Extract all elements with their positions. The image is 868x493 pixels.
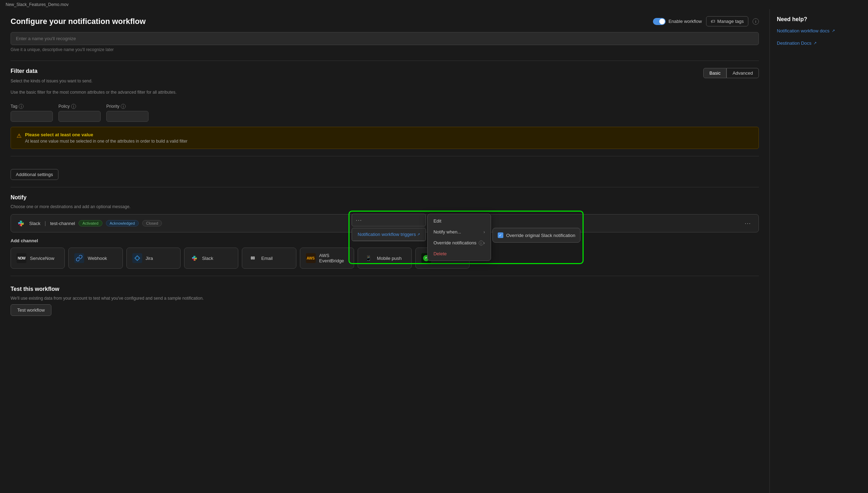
notify-section: Notify Choose one or more destinations a… (11, 194, 759, 269)
notify-title: Notify (11, 194, 759, 201)
priority-select[interactable] (106, 111, 149, 122)
warning-text: At least one value must be selected in o… (25, 139, 188, 144)
override-submenu: ✓ Override original Slack notification (492, 228, 581, 243)
override-info-icon[interactable]: i (479, 241, 484, 245)
notify-when-chevron: › (484, 229, 485, 235)
header-actions: Enable workflow 🏷 Manage tags i (653, 16, 759, 26)
policy-info-icon[interactable]: i (71, 104, 76, 109)
external-icon-2: ↗ (813, 41, 817, 45)
priority-filter-group: Priority i (106, 104, 149, 122)
destination-docs-label: Destination Docs (777, 40, 811, 46)
warning-icon: ⚠ (17, 132, 21, 139)
enable-workflow-toggle[interactable] (653, 18, 666, 25)
external-link-icon: ↗ (417, 232, 420, 236)
channel-card-jira[interactable]: Jira (126, 248, 181, 269)
channel-card-servicenow[interactable]: NOW ServiceNow (11, 248, 65, 269)
test-workflow-title: Test this workflow (11, 286, 759, 292)
popup-dots-trigger[interactable]: ⋯ (352, 214, 426, 226)
advanced-filter-btn[interactable]: Advanced (727, 68, 759, 78)
context-menu-notify-when[interactable]: Notify when... › (428, 226, 490, 237)
enable-workflow-toggle-wrapper: Enable workflow (653, 18, 702, 25)
notify-description: Choose one or more destinations and add … (11, 204, 759, 209)
triggers-link-label: Notification workflow triggers (358, 232, 416, 237)
tag-icon: 🏷 (711, 19, 715, 24)
enable-workflow-label: Enable workflow (668, 19, 702, 24)
policy-filter-group: Policy i (58, 104, 101, 122)
channel-test-name: test-channel (50, 221, 75, 226)
override-item-label: Override original Slack notification (506, 233, 575, 238)
additional-settings-button[interactable]: Additional settings (11, 169, 58, 180)
slack-channel-wrapper: Slack | test-channel Activated Acknowled… (11, 214, 759, 232)
additional-settings-label: Additional settings (16, 172, 53, 177)
badge-activated: Activated (78, 220, 102, 226)
content-area: Configure your notification workflow Ena… (0, 9, 769, 493)
aws-label: AWS EventBridge (319, 253, 348, 263)
channel-name: Slack (29, 221, 40, 226)
test-workflow-section: Test this workflow We'll use existing da… (11, 286, 759, 316)
aws-icon: AWS (306, 253, 316, 263)
channel-dots-button[interactable]: ⋯ (742, 218, 754, 229)
divider-2 (11, 156, 759, 156)
channel-card-aws[interactable]: AWS AWS EventBridge (300, 248, 354, 269)
email-icon: ✉ (248, 253, 258, 263)
filter-subtitle-1: Select the kinds of issues you want to s… (11, 78, 177, 84)
test-workflow-button[interactable]: Test workflow (11, 304, 51, 316)
workflow-name-input[interactable] (11, 32, 759, 45)
filter-subtitle-2: Use the basic filter for the most common… (11, 89, 177, 95)
sidebar-title: Need help? (777, 16, 861, 23)
notification-triggers-link[interactable]: Notification workflow triggers ↗ (352, 228, 426, 241)
header-info-icon[interactable]: i (753, 18, 759, 25)
manage-tags-label: Manage tags (717, 19, 744, 24)
context-menu-delete[interactable]: Delete (428, 248, 490, 259)
slack-card-icon (190, 254, 199, 262)
tag-select[interactable] (11, 111, 53, 122)
context-menu: Edit Notify when... › Override notificat… (427, 214, 491, 261)
top-bar: New_Slack_Features_Demo.mov (0, 0, 868, 9)
slack-logo (16, 218, 26, 228)
badge-acknowledged: Acknowledged (106, 220, 139, 226)
destination-docs-link[interactable]: Destination Docs ↗ (777, 40, 861, 46)
email-label: Email (261, 256, 273, 261)
divider-3 (11, 187, 759, 187)
channel-actions: ⋯ (742, 218, 754, 229)
tag-filter-group: Tag i (11, 104, 53, 122)
filter-row: Tag i Policy i (11, 104, 759, 122)
page-header: Configure your notification workflow Ena… (11, 16, 759, 26)
external-icon-1: ↗ (832, 29, 835, 33)
notification-workflow-docs-link[interactable]: Notification workflow docs ↗ (777, 28, 861, 33)
test-workflow-description: We'll use existing data from your accoun… (11, 296, 759, 301)
jira-icon (132, 253, 142, 263)
notify-when-label: Notify when... (433, 229, 461, 235)
webhook-label: Webhook (88, 256, 107, 261)
override-label: Override notifications (433, 240, 476, 245)
manage-tags-button[interactable]: 🏷 Manage tags (706, 16, 748, 26)
warning-box: ⚠ Please select at least one value At le… (11, 127, 759, 149)
channel-card-slack[interactable]: Slack (184, 248, 238, 269)
channel-card-webhook[interactable]: Webhook (68, 248, 122, 269)
slack-card-label: Slack (202, 256, 213, 261)
page-title: Configure your notification workflow (11, 17, 146, 26)
override-item[interactable]: ✓ Override original Slack notification (498, 232, 575, 238)
override-chevron: › (484, 240, 485, 245)
notification-workflow-docs-label: Notification workflow docs (777, 28, 830, 33)
filter-toggle-group: Basic Advanced (703, 68, 759, 78)
filter-section: Filter data Select the kinds of issues y… (11, 68, 759, 149)
basic-filter-btn[interactable]: Basic (703, 68, 727, 78)
policy-select[interactable] (58, 111, 101, 122)
badge-closed: Closed (142, 220, 162, 226)
delete-label: Delete (433, 251, 447, 256)
divider-4 (11, 276, 759, 276)
name-hint: Give it a unique, descriptive name you'l… (11, 47, 759, 52)
override-check: ✓ (498, 232, 503, 238)
filename: New_Slack_Features_Demo.mov (6, 2, 69, 7)
servicenow-icon: NOW (17, 253, 26, 263)
tag-info-icon[interactable]: i (19, 104, 24, 109)
edit-label: Edit (433, 218, 441, 224)
priority-label: Priority i (106, 104, 149, 109)
context-menu-override[interactable]: Override notifications i › (428, 237, 490, 248)
priority-info-icon[interactable]: i (121, 104, 126, 109)
servicenow-label: ServiceNow (30, 256, 54, 261)
channel-card-email[interactable]: ✉ Email (242, 248, 296, 269)
policy-label: Policy i (58, 104, 101, 109)
context-menu-edit[interactable]: Edit (428, 216, 490, 226)
